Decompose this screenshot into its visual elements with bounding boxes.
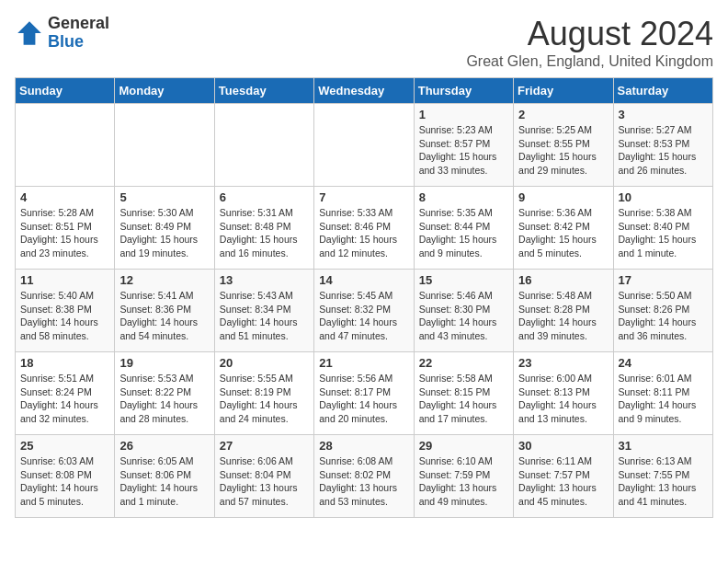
calendar-week-4: 18Sunrise: 5:51 AM Sunset: 8:24 PM Dayli… <box>16 352 713 435</box>
day-info: Sunrise: 5:38 AM Sunset: 8:40 PM Dayligh… <box>619 206 708 260</box>
day-info: Sunrise: 5:23 AM Sunset: 8:57 PM Dayligh… <box>419 123 508 178</box>
day-info: Sunrise: 5:40 AM Sunset: 8:38 PM Dayligh… <box>20 289 109 343</box>
calendar-week-1: 1Sunrise: 5:23 AM Sunset: 8:57 PM Daylig… <box>16 104 713 187</box>
calendar-cell <box>214 104 313 187</box>
day-number: 31 <box>619 439 708 453</box>
day-info: Sunrise: 5:45 AM Sunset: 8:32 PM Dayligh… <box>319 289 408 343</box>
day-number: 13 <box>220 273 309 287</box>
day-info: Sunrise: 6:11 AM Sunset: 7:57 PM Dayligh… <box>518 454 608 509</box>
day-info: Sunrise: 5:41 AM Sunset: 8:36 PM Dayligh… <box>119 289 209 343</box>
day-number: 11 <box>20 273 109 287</box>
header-row: Sunday Monday Tuesday Wednesday Thursday… <box>16 78 713 104</box>
calendar-cell: 30Sunrise: 6:11 AM Sunset: 7:57 PM Dayli… <box>514 435 613 518</box>
day-number: 17 <box>619 273 708 287</box>
calendar-cell: 19Sunrise: 5:53 AM Sunset: 8:22 PM Dayli… <box>115 352 214 435</box>
day-number: 6 <box>220 190 309 204</box>
day-info: Sunrise: 6:06 AM Sunset: 8:04 PM Dayligh… <box>220 454 309 509</box>
day-number: 14 <box>319 273 408 287</box>
calendar-body: 1Sunrise: 5:23 AM Sunset: 8:57 PM Daylig… <box>16 104 713 518</box>
calendar-cell: 5Sunrise: 5:30 AM Sunset: 8:49 PM Daylig… <box>115 187 214 270</box>
day-info: Sunrise: 5:30 AM Sunset: 8:49 PM Dayligh… <box>119 206 209 260</box>
header-wednesday: Wednesday <box>314 78 414 104</box>
day-info: Sunrise: 6:05 AM Sunset: 8:06 PM Dayligh… <box>119 454 209 509</box>
day-info: Sunrise: 5:46 AM Sunset: 8:30 PM Dayligh… <box>419 289 508 343</box>
calendar-cell: 8Sunrise: 5:35 AM Sunset: 8:44 PM Daylig… <box>414 187 513 270</box>
day-info: Sunrise: 5:58 AM Sunset: 8:15 PM Dayligh… <box>419 372 508 426</box>
day-info: Sunrise: 6:08 AM Sunset: 8:02 PM Dayligh… <box>319 454 408 509</box>
calendar-cell: 24Sunrise: 6:01 AM Sunset: 8:11 PM Dayli… <box>613 352 712 435</box>
calendar-table: Sunday Monday Tuesday Wednesday Thursday… <box>15 77 713 518</box>
day-number: 30 <box>518 439 608 453</box>
calendar-cell: 20Sunrise: 5:55 AM Sunset: 8:19 PM Dayli… <box>214 352 313 435</box>
calendar-cell: 21Sunrise: 5:56 AM Sunset: 8:17 PM Dayli… <box>314 352 414 435</box>
calendar-cell: 4Sunrise: 5:28 AM Sunset: 8:51 PM Daylig… <box>16 187 115 270</box>
calendar-cell: 17Sunrise: 5:50 AM Sunset: 8:26 PM Dayli… <box>613 270 712 352</box>
day-number: 9 <box>518 190 608 204</box>
day-number: 26 <box>119 439 209 453</box>
calendar-cell: 16Sunrise: 5:48 AM Sunset: 8:28 PM Dayli… <box>514 270 613 352</box>
calendar-cell: 27Sunrise: 6:06 AM Sunset: 8:04 PM Dayli… <box>214 435 313 518</box>
day-number: 27 <box>220 439 309 453</box>
day-number: 20 <box>220 356 309 370</box>
svg-marker-0 <box>17 21 41 45</box>
calendar-cell: 29Sunrise: 6:10 AM Sunset: 7:59 PM Dayli… <box>414 435 513 518</box>
day-info: Sunrise: 5:53 AM Sunset: 8:22 PM Dayligh… <box>119 372 209 426</box>
calendar-cell: 6Sunrise: 5:31 AM Sunset: 8:48 PM Daylig… <box>214 187 313 270</box>
day-info: Sunrise: 5:43 AM Sunset: 8:34 PM Dayligh… <box>220 289 309 343</box>
day-info: Sunrise: 5:31 AM Sunset: 8:48 PM Dayligh… <box>220 206 309 260</box>
header-saturday: Saturday <box>613 78 712 104</box>
day-info: Sunrise: 6:01 AM Sunset: 8:11 PM Dayligh… <box>619 372 708 426</box>
header-monday: Monday <box>115 78 214 104</box>
day-number: 23 <box>518 356 608 370</box>
calendar-cell: 10Sunrise: 5:38 AM Sunset: 8:40 PM Dayli… <box>613 187 712 270</box>
calendar-cell: 11Sunrise: 5:40 AM Sunset: 8:38 PM Dayli… <box>16 270 115 352</box>
day-info: Sunrise: 5:48 AM Sunset: 8:28 PM Dayligh… <box>518 289 608 343</box>
day-number: 12 <box>119 273 209 287</box>
calendar-cell: 14Sunrise: 5:45 AM Sunset: 8:32 PM Dayli… <box>314 270 414 352</box>
calendar-cell <box>16 104 115 187</box>
logo-text: General Blue <box>48 15 109 52</box>
calendar-cell: 22Sunrise: 5:58 AM Sunset: 8:15 PM Dayli… <box>414 352 513 435</box>
calendar-cell: 26Sunrise: 6:05 AM Sunset: 8:06 PM Dayli… <box>115 435 214 518</box>
logo-icon <box>15 18 44 48</box>
day-number: 7 <box>319 190 408 204</box>
day-info: Sunrise: 5:28 AM Sunset: 8:51 PM Dayligh… <box>20 206 109 260</box>
calendar-cell: 18Sunrise: 5:51 AM Sunset: 8:24 PM Dayli… <box>16 352 115 435</box>
calendar-cell: 1Sunrise: 5:23 AM Sunset: 8:57 PM Daylig… <box>414 104 513 187</box>
calendar-cell: 12Sunrise: 5:41 AM Sunset: 8:36 PM Dayli… <box>115 270 214 352</box>
day-number: 25 <box>20 439 109 453</box>
header: General Blue August 2024 Great Glen, Eng… <box>15 15 713 70</box>
day-number: 28 <box>319 439 408 453</box>
calendar-cell: 31Sunrise: 6:13 AM Sunset: 7:55 PM Dayli… <box>613 435 712 518</box>
day-number: 1 <box>419 108 508 121</box>
calendar-cell <box>314 104 414 187</box>
day-number: 24 <box>619 356 708 370</box>
calendar-cell: 28Sunrise: 6:08 AM Sunset: 8:02 PM Dayli… <box>314 435 414 518</box>
header-thursday: Thursday <box>414 78 513 104</box>
day-info: Sunrise: 5:27 AM Sunset: 8:53 PM Dayligh… <box>619 123 708 178</box>
calendar-week-5: 25Sunrise: 6:03 AM Sunset: 8:08 PM Dayli… <box>16 435 713 518</box>
day-info: Sunrise: 5:51 AM Sunset: 8:24 PM Dayligh… <box>20 372 109 426</box>
day-info: Sunrise: 5:33 AM Sunset: 8:46 PM Dayligh… <box>319 206 408 260</box>
day-info: Sunrise: 6:13 AM Sunset: 7:55 PM Dayligh… <box>619 454 708 509</box>
day-info: Sunrise: 5:25 AM Sunset: 8:55 PM Dayligh… <box>518 123 608 178</box>
day-info: Sunrise: 5:50 AM Sunset: 8:26 PM Dayligh… <box>619 289 708 343</box>
calendar-cell: 3Sunrise: 5:27 AM Sunset: 8:53 PM Daylig… <box>613 104 712 187</box>
header-sunday: Sunday <box>16 78 115 104</box>
day-info: Sunrise: 6:10 AM Sunset: 7:59 PM Dayligh… <box>419 454 508 509</box>
logo-blue-text: Blue <box>48 33 109 52</box>
day-number: 18 <box>20 356 109 370</box>
title-section: August 2024 Great Glen, England, United … <box>466 15 713 70</box>
main-title: August 2024 <box>466 15 713 53</box>
day-number: 2 <box>518 108 608 121</box>
calendar-cell: 23Sunrise: 6:00 AM Sunset: 8:13 PM Dayli… <box>514 352 613 435</box>
day-info: Sunrise: 5:36 AM Sunset: 8:42 PM Dayligh… <box>518 206 608 260</box>
day-number: 10 <box>619 190 708 204</box>
day-info: Sunrise: 6:03 AM Sunset: 8:08 PM Dayligh… <box>20 454 109 509</box>
logo-general-text: General <box>48 15 109 33</box>
calendar-cell: 13Sunrise: 5:43 AM Sunset: 8:34 PM Dayli… <box>214 270 313 352</box>
day-number: 22 <box>419 356 508 370</box>
day-number: 5 <box>119 190 209 204</box>
calendar-cell: 7Sunrise: 5:33 AM Sunset: 8:46 PM Daylig… <box>314 187 414 270</box>
logo: General Blue <box>15 15 109 52</box>
